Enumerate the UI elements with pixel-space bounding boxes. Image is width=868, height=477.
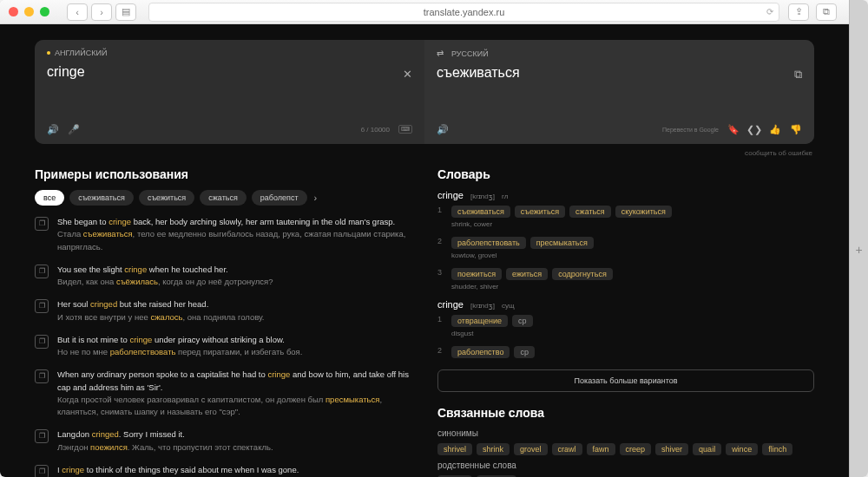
- filter-pill[interactable]: раболепст: [252, 190, 307, 206]
- synonym-tag[interactable]: shrivel: [437, 443, 472, 455]
- gender-tag: ср: [514, 346, 535, 358]
- sense-number: 3: [437, 268, 444, 291]
- sense-number: 2: [437, 237, 444, 259]
- forward-button[interactable]: ›: [91, 3, 112, 21]
- copy-example-icon[interactable]: ❐: [35, 465, 49, 477]
- back-button[interactable]: ‹: [67, 3, 88, 21]
- example-english: Langdon cringed. Sorry I missed it.: [57, 428, 273, 441]
- synonym-tag[interactable]: crawl: [552, 443, 582, 455]
- chevron-right-icon[interactable]: ›: [314, 193, 318, 203]
- synonym-tag[interactable]: quail: [693, 443, 721, 455]
- translation-tag[interactable]: пресмыкаться: [530, 237, 594, 249]
- synonyms-label: синонимы: [437, 428, 814, 438]
- copy-output-button[interactable]: ⧉: [794, 68, 802, 82]
- thumbs-up-button[interactable]: 👍: [769, 124, 781, 135]
- copy-example-icon[interactable]: ❐: [35, 335, 49, 349]
- translation-tag[interactable]: отвращение: [451, 315, 508, 327]
- minimize-window-icon[interactable]: [24, 7, 34, 16]
- dictionary-column: Словарь cringe[krɪndʒ]гл1съеживатьсясъеж…: [437, 167, 814, 477]
- english-equivalents: shrink, cower: [451, 220, 814, 228]
- filter-pill[interactable]: сжаться: [200, 190, 247, 206]
- synonym-tag[interactable]: flinch: [762, 443, 792, 455]
- translation-tag[interactable]: содрогнуться: [552, 268, 613, 280]
- example-row: ❐I cringe to think of the things they sa…: [35, 464, 411, 477]
- dictionary-title: Словарь: [437, 167, 814, 181]
- translation-tag[interactable]: скукожиться: [615, 206, 672, 218]
- source-input[interactable]: cringe: [47, 64, 412, 123]
- synonym-tag[interactable]: wince: [726, 443, 758, 455]
- example-russian: И хотя все внутри у нее сжалось, она под…: [57, 311, 264, 323]
- translation-tag[interactable]: раболепство: [451, 346, 510, 358]
- lang-indicator-icon: [47, 51, 50, 55]
- filter-pill[interactable]: все: [35, 190, 64, 206]
- thumbs-down-button[interactable]: 👎: [790, 124, 802, 135]
- translation-tag[interactable]: ежиться: [506, 268, 548, 280]
- gender-tag: ср: [512, 315, 533, 327]
- report-error-link[interactable]: сообщить об ошибке: [35, 149, 812, 157]
- char-counter: 6 / 10000: [361, 126, 390, 134]
- maximize-window-icon[interactable]: [40, 7, 49, 16]
- dict-sense: 2раболепствоватьпресмыкатьсяkowtow, grov…: [437, 237, 814, 259]
- example-row: ❐You see the slight cringe when he touch…: [35, 264, 411, 289]
- translation-output: съеживаться: [437, 65, 802, 123]
- dict-entry-head: cringe[krɪndʒ]сущ: [437, 299, 814, 310]
- copy-example-icon[interactable]: ❐: [35, 217, 49, 231]
- synonym-tag[interactable]: shiver: [655, 443, 688, 455]
- dict-sense: 1съеживатьсясъежитьсясжатьсяскукожитьсяs…: [437, 206, 814, 228]
- copy-example-icon[interactable]: ❐: [35, 429, 49, 443]
- copy-example-icon[interactable]: ❐: [35, 299, 49, 313]
- clear-input-button[interactable]: ✕: [403, 68, 412, 81]
- example-english: She began to cringe back, her body archi…: [57, 216, 411, 228]
- example-russian: Лэнгдон поежился. Жаль, что пропустил эт…: [57, 441, 273, 454]
- copy-example-icon[interactable]: ❐: [35, 265, 49, 278]
- example-filters: всесъеживатьсясъежитьсясжатьсяраболепст›: [35, 190, 411, 206]
- example-english: When any ordinary person spoke to a capi…: [57, 369, 411, 394]
- alt-service-link[interactable]: Перевести в Google: [662, 127, 719, 133]
- translation-tag[interactable]: сжаться: [569, 206, 611, 218]
- example-russian: Но не по мне раболепствовать перед пират…: [57, 346, 302, 358]
- translation-tag[interactable]: раболепствовать: [451, 237, 526, 249]
- translation-tag[interactable]: съеживаться: [451, 206, 510, 218]
- synonym-tag[interactable]: fawn: [587, 443, 615, 455]
- bookmark-icon[interactable]: 🔖: [727, 123, 740, 135]
- target-language-label[interactable]: ⇄ РУССКИЙ: [437, 49, 802, 58]
- show-more-button[interactable]: Показать больше вариантов: [437, 369, 814, 392]
- filter-pill[interactable]: съеживаться: [69, 190, 134, 206]
- microphone-icon[interactable]: 🎤: [68, 123, 80, 135]
- translation-tag[interactable]: поежиться: [451, 268, 502, 280]
- source-pane: АНГЛИЙСКИЙ cringe ✕ 🔊 🎤 6 / 10000 ⌨: [35, 40, 424, 144]
- speaker-icon[interactable]: 🔊: [47, 123, 59, 135]
- source-language-label[interactable]: АНГЛИЙСКИЙ: [47, 49, 412, 57]
- synonym-tag[interactable]: shrink: [477, 443, 510, 455]
- sense-number: 1: [437, 315, 444, 337]
- new-tab-button[interactable]: +: [849, 0, 868, 477]
- translation-tag[interactable]: съежиться: [515, 206, 565, 218]
- sense-number: 2: [437, 346, 444, 361]
- sidebar-button[interactable]: ▤: [115, 3, 136, 21]
- swap-languages-icon[interactable]: ⇄: [437, 49, 444, 58]
- examples-title: Примеры использования: [35, 167, 411, 181]
- address-bar[interactable]: translate.yandex.ru ⟳: [148, 3, 779, 22]
- target-pane: ⇄ РУССКИЙ съеживаться ⧉ 🔊 Перевести в Go…: [424, 40, 814, 144]
- related-title: Связанные слова: [437, 406, 814, 420]
- example-row: ❐But it is not mine to cringe under pira…: [35, 334, 411, 359]
- keyboard-icon[interactable]: ⌨: [398, 125, 412, 134]
- share-button[interactable]: ⇪: [788, 3, 809, 21]
- english-equivalents: disgust: [451, 330, 814, 337]
- tabs-button[interactable]: ⧉: [816, 3, 837, 21]
- url-text: translate.yandex.ru: [424, 7, 505, 17]
- dict-entry-head: cringe[krɪndʒ]гл: [437, 190, 814, 200]
- synonym-tag[interactable]: creep: [620, 443, 652, 455]
- share-icon[interactable]: ❮❯: [748, 123, 760, 135]
- close-window-icon[interactable]: [9, 7, 18, 16]
- example-row: ❐When any ordinary person spoke to a cap…: [35, 369, 411, 418]
- example-russian: Когда простой человек разговаривал с кап…: [57, 394, 411, 419]
- copy-example-icon[interactable]: ❐: [35, 369, 49, 383]
- synonym-tag[interactable]: grovel: [514, 443, 548, 455]
- dict-sense: 3поежитьсяежитьсясодрогнутьсяshudder, sh…: [437, 268, 814, 291]
- reload-icon[interactable]: ⟳: [766, 7, 773, 16]
- filter-pill[interactable]: съежиться: [139, 190, 194, 206]
- example-english: You see the slight cringe when he touche…: [57, 264, 273, 276]
- speaker-icon[interactable]: 🔊: [437, 123, 449, 135]
- cognates-label: родственные слова: [437, 461, 814, 470]
